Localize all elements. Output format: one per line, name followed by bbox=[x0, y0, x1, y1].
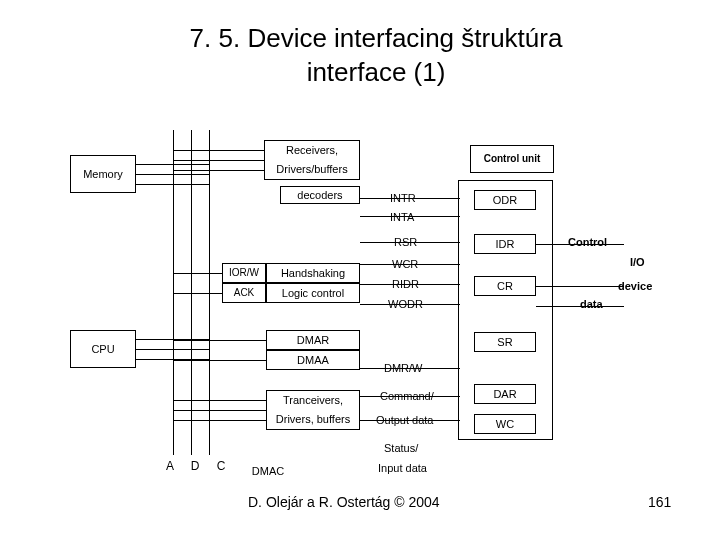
conn-trc2 bbox=[173, 410, 266, 411]
block-iorw: IOR/W bbox=[222, 263, 266, 283]
ln-ridr bbox=[360, 284, 460, 285]
sig-status: Status/ bbox=[384, 442, 418, 454]
reg-sr: SR bbox=[474, 332, 536, 352]
ln-dmrw bbox=[360, 368, 460, 369]
reg-wc: WC bbox=[474, 414, 536, 434]
block-cpu: CPU bbox=[70, 330, 136, 368]
ext-control: Control bbox=[568, 236, 607, 248]
conn-recv-1 bbox=[173, 150, 264, 151]
ln-wcr bbox=[360, 264, 460, 265]
conn-iorw bbox=[173, 273, 222, 274]
ln-inta bbox=[360, 216, 460, 217]
sig-inta: INTA bbox=[390, 211, 414, 223]
conn-mem-2 bbox=[136, 174, 209, 175]
block-memory: Memory bbox=[70, 155, 136, 193]
block-drivers-buffers2: Drivers, buffers bbox=[266, 410, 360, 430]
reg-dar: DAR bbox=[474, 384, 536, 404]
conn-dmar bbox=[173, 340, 266, 341]
ext-io: I/O bbox=[630, 256, 645, 268]
conn-recv-3 bbox=[173, 170, 264, 171]
block-control-unit: Control unit bbox=[470, 145, 554, 173]
ln-rsr bbox=[360, 242, 460, 243]
ln-wodr bbox=[360, 304, 460, 305]
ln-intr bbox=[360, 198, 460, 199]
block-dmaa: DMAA bbox=[266, 350, 360, 370]
bus-labels: A D C bbox=[166, 459, 232, 473]
block-drivers-buffers: Drivers/buffers bbox=[264, 160, 360, 180]
ext-data: data bbox=[580, 298, 603, 310]
conn-mem-3 bbox=[136, 184, 209, 185]
reg-cr: CR bbox=[474, 276, 536, 296]
sig-inputdata: Input data bbox=[378, 462, 427, 474]
page-title: 7. 5. Device interfacing štruktúra inter… bbox=[166, 22, 586, 90]
conn-mem-1 bbox=[136, 164, 209, 165]
block-logic: Logic control bbox=[266, 283, 360, 303]
ln-cmd bbox=[360, 396, 460, 397]
ln-cr-out bbox=[536, 286, 624, 287]
reg-odr: ODR bbox=[474, 190, 536, 210]
page-number: 161 bbox=[648, 494, 671, 510]
conn-recv-2 bbox=[173, 160, 264, 161]
footer-text: D. Olejár a R. Ostertág © 2004 bbox=[248, 494, 440, 510]
reg-idr: IDR bbox=[474, 234, 536, 254]
ln-out bbox=[360, 420, 460, 421]
block-decoders: decoders bbox=[280, 186, 360, 204]
block-handshaking: Handshaking bbox=[266, 263, 360, 283]
conn-cpu-2 bbox=[136, 349, 209, 350]
block-dmac: DMAC bbox=[240, 460, 296, 482]
conn-dmaa bbox=[173, 360, 266, 361]
conn-ack bbox=[173, 293, 222, 294]
block-dmar: DMAR bbox=[266, 330, 360, 350]
block-tranceivers: Tranceivers, bbox=[266, 390, 360, 410]
block-ack: ACK bbox=[222, 283, 266, 303]
ext-device: device bbox=[618, 280, 652, 292]
conn-trc1 bbox=[173, 400, 266, 401]
conn-trc3 bbox=[173, 420, 266, 421]
block-receivers: Receivers, bbox=[264, 140, 360, 160]
